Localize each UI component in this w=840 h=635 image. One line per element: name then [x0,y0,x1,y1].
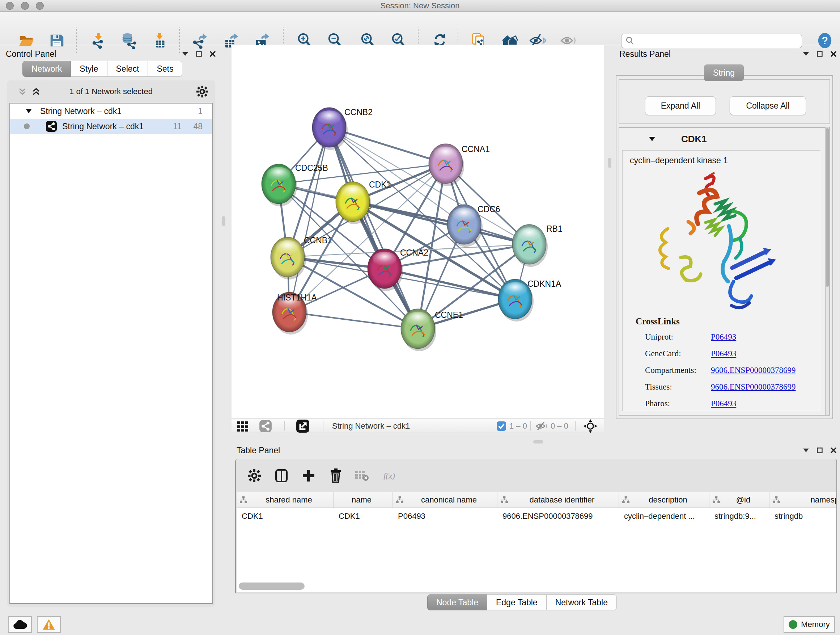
node-label-CDC25B: CDC25B [295,163,328,173]
minimize-window-button[interactable] [21,2,29,10]
network-canvas[interactable]: CCNB2CCNA1CDC25BCDK1CDC6RB1CCNB1CCNA2CDK… [232,45,604,418]
crosslink-link[interactable]: P06493 [711,399,736,408]
crosslink-link[interactable]: 9606.ENSP00000378699 [711,366,796,375]
crosslink-link[interactable]: P06493 [711,349,736,358]
toolbar-separator [284,421,285,431]
table-row[interactable]: CDK1CDK1P064939606.ENSP00000378699cyclin… [237,509,836,524]
help-icon[interactable]: ? [816,32,834,49]
section-expander-icon[interactable] [649,137,655,141]
column-header-label: namespace [780,495,836,505]
toolbar-separator [323,421,324,431]
edge-CCNB2-CCNE1[interactable] [329,127,418,329]
network-collection-row[interactable]: String Network – cdk1 1 [10,103,212,119]
panel-menu-icon[interactable] [803,52,809,56]
left-splitter-handle[interactable] [222,216,225,226]
birdseye-grid-icon[interactable] [237,418,249,433]
node-CCNB2[interactable] [312,108,347,150]
float-panel-icon[interactable] [196,51,202,57]
tab-select[interactable]: Select [107,61,148,77]
node-CCNE1[interactable] [401,309,436,351]
table-horizontal-scrollbar-thumb[interactable] [239,583,305,590]
show-columns-icon[interactable] [273,467,290,484]
table-cell[interactable]: P06493 [393,509,497,524]
tab-network[interactable]: Network [22,61,71,77]
table-cell[interactable]: stringdb [769,509,836,524]
edge-HIST1H1A-CCNE1[interactable] [289,312,418,329]
toolbar-separator [531,421,531,431]
table-cell[interactable]: cyclin–dependent ... [619,509,709,524]
table-options-gear-icon[interactable] [246,467,263,484]
column-header-name[interactable]: name [333,492,393,508]
column-type-icon [240,496,248,504]
edge-CCNA2-CDKN1A[interactable] [385,269,515,299]
node-label-CCNB1: CCNB1 [304,236,332,245]
close-panel-icon[interactable] [831,448,836,453]
column-type-icon [500,496,508,504]
node-CDC25B[interactable] [262,164,297,206]
import-table-from-file-icon[interactable] [151,32,168,49]
column-header--id[interactable]: @id [709,492,769,508]
tab-sets[interactable]: Sets [148,61,182,77]
float-panel-icon[interactable] [817,51,823,57]
results-scrollbar[interactable] [825,127,829,416]
node-CCNA2[interactable] [368,249,403,291]
close-panel-icon[interactable] [210,51,216,57]
column-header-canonical-name[interactable]: canonical name [393,492,497,508]
node-RB1[interactable] [512,225,548,267]
results-scrollbar-thumb[interactable] [826,128,829,287]
table-cell[interactable]: CDK1 [237,509,333,524]
column-header-namespace[interactable]: namespace [769,492,836,508]
memory-button[interactable]: Memory [783,616,835,633]
tab-edge-table[interactable]: Edge Table [487,594,546,610]
open-session-icon[interactable] [18,32,35,49]
search-input[interactable] [635,37,794,45]
table-cell[interactable]: 9606.ENSP00000378699 [497,509,619,524]
table-cell[interactable]: CDK1 [333,509,393,524]
selected-checkbox-icon[interactable] [496,418,507,433]
collapse-all-button[interactable]: Collapse All [729,96,806,115]
crosslink-link[interactable]: P06493 [711,333,736,341]
cloud-status-button[interactable] [8,616,32,633]
protein-section-header[interactable]: CDK1 [619,128,829,150]
column-header-database-identifier[interactable]: database identifier [497,492,619,508]
node-label-HIST1H1A: HIST1H1A [277,293,317,302]
string-network-badge-icon [46,120,57,132]
node-CCNA1[interactable] [429,144,464,186]
tab-string[interactable]: String [704,65,744,81]
search-field[interactable] [621,34,802,48]
import-network-from-database-icon[interactable] [120,32,137,49]
tab-style[interactable]: Style [71,61,107,77]
maximize-window-button[interactable] [36,2,44,10]
crosslink-link[interactable]: 9606.ENSP00000378699 [711,382,796,391]
warnings-button[interactable] [37,616,61,633]
network-options-gear-icon[interactable] [196,86,208,98]
panel-menu-icon[interactable] [182,52,188,56]
node-CCNB1[interactable] [271,237,306,279]
string-badge-icon[interactable] [259,418,272,433]
selected-node-edge-count: 1 – 0 [509,418,527,433]
open-in-browser-icon[interactable] [296,418,309,433]
panel-menu-icon[interactable] [803,448,809,452]
save-session-icon[interactable] [48,32,65,49]
column-header-description[interactable]: description [619,492,709,508]
column-header-shared-name[interactable]: shared name [237,492,333,508]
toolbar-separator [575,421,576,431]
right-splitter-handle[interactable] [608,158,611,168]
delete-column-trash-icon[interactable] [327,467,344,484]
collection-expander-icon[interactable] [26,109,32,113]
expand-all-button[interactable]: Expand All [645,96,716,115]
table-toolbar: f(x) [236,459,836,491]
network-row[interactable]: String Network – cdk1 11 48 [10,119,212,134]
import-network-from-file-icon[interactable] [89,32,107,49]
export-network-icon[interactable] [191,32,208,49]
float-panel-icon[interactable] [817,448,823,453]
node-label-CDK1: CDK1 [369,180,391,189]
tab-network-table[interactable]: Network Table [546,594,617,610]
tab-node-table[interactable]: Node Table [427,594,487,610]
node-CDK1[interactable] [336,182,371,224]
center-view-crosshair-icon[interactable] [583,418,598,433]
close-panel-icon[interactable] [831,51,836,57]
create-column-icon[interactable] [300,467,317,484]
close-window-button[interactable] [6,2,14,10]
table-cell[interactable]: stringdb:9... [709,509,769,524]
